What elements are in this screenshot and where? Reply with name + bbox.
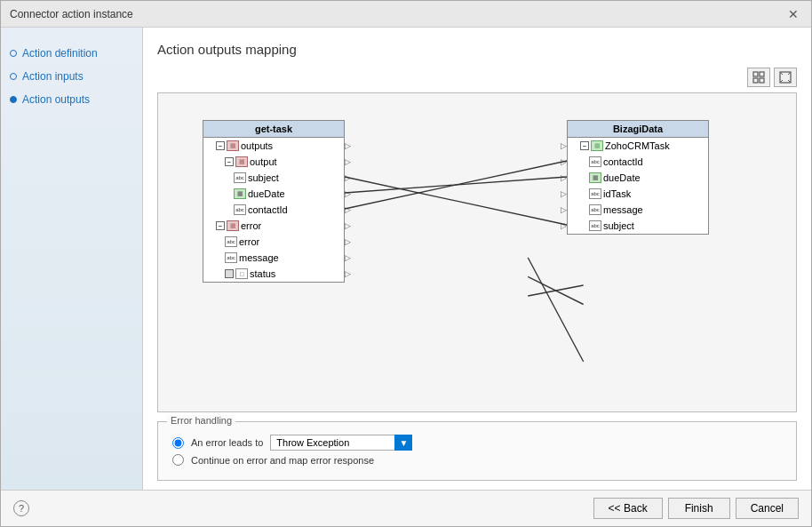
node-row: ▦ dueDate ▷ <box>203 186 344 202</box>
svg-line-10 <box>528 276 583 304</box>
struct-icon: ▦ <box>235 156 248 167</box>
abc-icon: abc <box>589 220 601 231</box>
date-icon: ▦ <box>234 188 246 199</box>
svg-line-5 <box>781 73 783 75</box>
date-icon: ▦ <box>589 172 601 183</box>
row-label: status <box>250 268 275 279</box>
row-label: error <box>239 236 259 247</box>
arrow-right: ▷ <box>345 269 351 278</box>
expand-icon[interactable]: − <box>580 141 589 150</box>
node-row: □ status ▷ <box>203 266 344 282</box>
layout-button[interactable] <box>747 68 770 87</box>
expand-icon[interactable]: − <box>216 141 225 150</box>
row-label: message <box>239 252 279 263</box>
row-label: subject <box>248 172 279 183</box>
expand-icon[interactable] <box>225 269 234 278</box>
abc-icon: abc <box>234 204 246 215</box>
node-row: abc contactId ▷ <box>203 202 344 218</box>
node-row: ▷ abc contactId <box>568 154 708 170</box>
svg-rect-2 <box>753 78 758 83</box>
finish-button[interactable]: Finish <box>668 498 730 519</box>
dialog-footer: ? << Back Finish Cancel <box>1 490 811 526</box>
toolbar <box>157 68 797 87</box>
svg-line-11 <box>528 285 583 296</box>
arrow-left: ▷ <box>561 205 567 214</box>
abc-icon: abc <box>589 204 601 215</box>
throw-exception-dropdown-container: Throw Exception Continue on error ▼ <box>270 435 412 451</box>
error-option-2[interactable] <box>172 454 184 466</box>
left-node: get-task − ▦ outputs ▷ − ▦ output ▷ <box>203 120 345 283</box>
arrow-right: ▷ <box>345 173 351 182</box>
row-label: contactId <box>603 156 643 167</box>
struct-icon: ▦ <box>227 220 239 231</box>
cancel-button[interactable]: Cancel <box>736 498 799 519</box>
sidebar-dot <box>10 73 17 80</box>
arrow-right: ▷ <box>345 141 351 150</box>
svg-line-9 <box>528 258 583 362</box>
arrow-left: ▷ <box>561 173 567 182</box>
arrow-right: ▷ <box>345 237 351 246</box>
node-row: abc error ▷ <box>203 234 344 250</box>
sidebar-dot <box>10 96 17 103</box>
abc-icon: abc <box>234 172 246 183</box>
node-row: ▷ abc subject <box>568 218 708 234</box>
right-node: BizagiData ▷ − ▦ ZohoCRMTask ▷ abc conta… <box>567 120 709 235</box>
abc-icon: abc <box>225 236 237 247</box>
abc-icon: abc <box>225 252 237 263</box>
radio-row-2: Continue on error and map error response <box>172 454 782 466</box>
struct-icon: ▦ <box>227 140 239 151</box>
svg-line-8 <box>788 80 790 82</box>
row-label: dueDate <box>248 188 285 199</box>
node-row: abc message ▷ <box>203 250 344 266</box>
expand-icon[interactable]: − <box>216 221 225 230</box>
sidebar: Action definition Action inputs Action o… <box>1 28 143 490</box>
abc-icon: abc <box>589 188 601 199</box>
error-option-1-label: An error leads to <box>191 437 263 448</box>
arrow-left: ▷ <box>561 141 567 150</box>
title-bar: Connector action instance ✕ <box>1 1 811 28</box>
node-row: ▷ abc idTask <box>568 186 708 202</box>
row-label: subject <box>603 220 634 231</box>
error-handling-legend: Error handling <box>167 415 235 426</box>
sidebar-item-action-outputs[interactable]: Action outputs <box>10 92 133 108</box>
radio-row-1: An error leads to Throw Exception Contin… <box>172 435 782 451</box>
svg-line-6 <box>788 73 790 75</box>
fit-button[interactable] <box>774 68 797 87</box>
node-row: − ▦ error ▷ <box>203 218 344 234</box>
help-button[interactable]: ? <box>13 500 29 516</box>
row-label: ZohoCRMTask <box>605 140 670 151</box>
dialog-title: Connector action instance <box>10 8 133 20</box>
arrow-left: ▷ <box>561 157 567 166</box>
back-button[interactable]: << Back <box>593 498 663 519</box>
fit-icon <box>778 70 792 84</box>
arrow-right: ▷ <box>345 253 351 262</box>
node-row: ▷ abc message <box>568 202 708 218</box>
sidebar-item-action-definition[interactable]: Action definition <box>10 45 133 61</box>
dialog: Connector action instance ✕ Action defin… <box>0 0 812 527</box>
sidebar-item-action-inputs[interactable]: Action inputs <box>10 68 133 84</box>
svg-rect-0 <box>753 72 758 76</box>
svg-rect-1 <box>760 72 764 76</box>
sidebar-item-label: Action definition <box>22 47 98 60</box>
arrow-right: ▷ <box>345 205 351 214</box>
arrow-right: ▷ <box>345 189 351 198</box>
svg-rect-3 <box>760 78 764 83</box>
sidebar-item-label: Action outputs <box>22 93 90 106</box>
error-option-1[interactable] <box>172 437 184 449</box>
right-node-header: BizagiData <box>568 121 708 138</box>
left-node-header: get-task <box>203 121 344 138</box>
arrow-left: ▷ <box>561 221 567 230</box>
row-label: outputs <box>241 140 273 151</box>
svg-line-7 <box>781 80 783 82</box>
mapping-canvas: get-task − ▦ outputs ▷ − ▦ output ▷ <box>157 92 797 412</box>
close-button[interactable]: ✕ <box>784 6 802 22</box>
node-row: abc subject ▷ <box>203 170 344 186</box>
svg-line-13 <box>345 177 567 193</box>
svg-line-12 <box>345 177 567 225</box>
row-label: contactId <box>248 204 288 215</box>
throw-exception-dropdown[interactable]: Throw Exception Continue on error <box>270 435 412 451</box>
error-option-2-label: Continue on error and map error response <box>191 455 374 466</box>
sidebar-item-label: Action inputs <box>22 70 84 83</box>
expand-icon[interactable]: − <box>225 157 234 166</box>
arrow-left: ▷ <box>561 189 567 198</box>
